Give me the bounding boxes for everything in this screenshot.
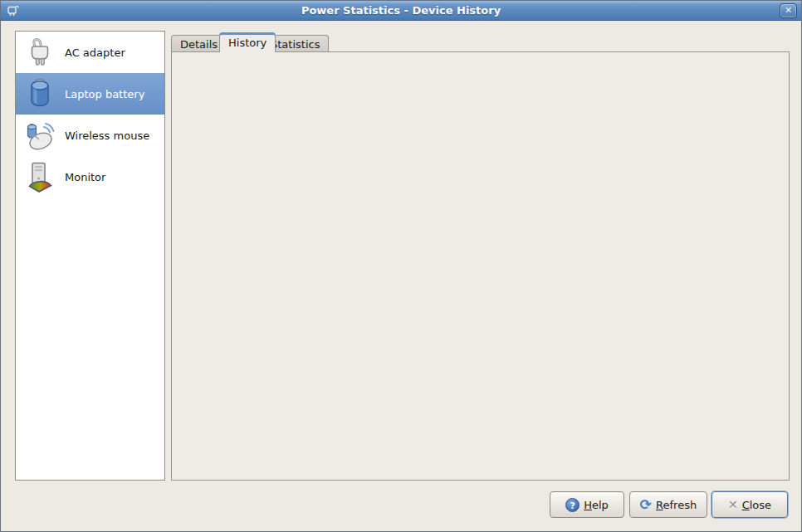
app-plug-icon (6, 4, 20, 18)
window-close-button[interactable]: ✕ (780, 3, 797, 18)
button-label: Refresh (656, 499, 697, 511)
device-label: Wireless mouse (65, 129, 149, 142)
device-row-ac-adapter[interactable]: AC adapter (16, 32, 164, 73)
device-row-wireless-mouse[interactable]: Wireless mouse (16, 115, 164, 156)
device-row-laptop-battery[interactable]: Laptop battery (16, 73, 164, 115)
wireless-mouse-icon (23, 119, 56, 152)
monitor-icon (23, 160, 56, 193)
window-title: Power Statistics - Device History (1, 4, 801, 17)
button-label: Close (742, 499, 771, 511)
help-icon: ? (565, 498, 579, 512)
tab-history[interactable]: History (219, 32, 276, 52)
history-tab-panel (171, 51, 790, 481)
refresh-icon: ⟳ (640, 498, 652, 511)
ac-adapter-icon (23, 36, 56, 69)
device-row-monitor[interactable]: Monitor (16, 156, 164, 198)
help-button[interactable]: ? Help (550, 491, 624, 518)
device-label: Monitor (65, 171, 105, 183)
titlebar: Power Statistics - Device History ✕ (1, 1, 801, 21)
device-list: AC adapter Laptop battery (15, 31, 165, 481)
refresh-button[interactable]: ⟳ Refresh (629, 491, 707, 518)
battery-icon (23, 77, 56, 110)
close-icon: ✕ (728, 498, 738, 511)
device-label: Laptop battery (65, 88, 144, 100)
close-button[interactable]: ✕ Close (712, 491, 788, 518)
device-label: AC adapter (65, 46, 125, 59)
power-statistics-window: Power Statistics - Device History ✕ AC a… (0, 0, 802, 532)
button-label: Help (584, 499, 609, 511)
